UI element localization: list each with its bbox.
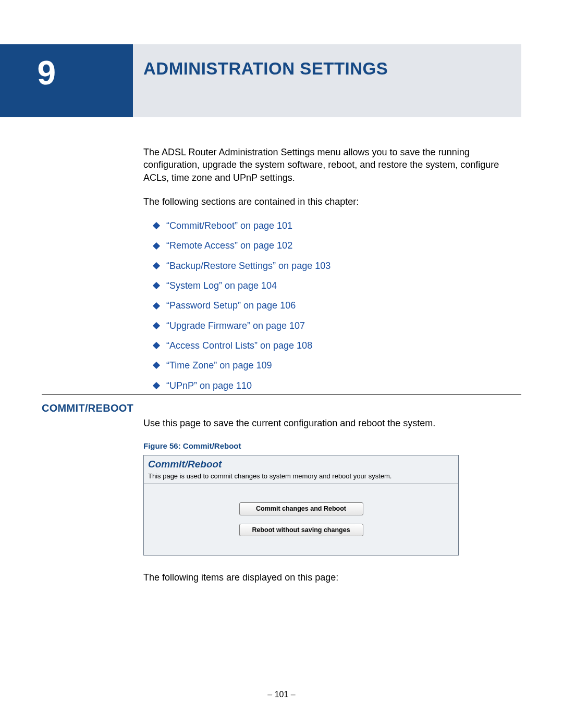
diamond-bullet-icon — [153, 282, 160, 289]
section-body: Use this page to save the current config… — [143, 417, 511, 584]
toc-item-password-setup[interactable]: “Password Setup” on page 106 — [154, 299, 511, 312]
page-footer: – 101 – — [0, 690, 563, 699]
figure-caption: Figure 56: Commit/Reboot — [143, 441, 511, 451]
diamond-bullet-icon — [153, 362, 160, 369]
intro-paragraph-2: The following sections are contained in … — [143, 195, 511, 208]
chapter-header: 9 ADMINISTRATION SETTINGS — [0, 44, 521, 117]
intro-paragraph-1: The ADSL Router Administration Settings … — [143, 146, 511, 184]
toc-item-remote-access[interactable]: “Remote Access” on page 102 — [154, 239, 511, 252]
toc-link-text: “Time Zone” on page 109 — [166, 359, 272, 372]
toc-item-commit-reboot[interactable]: “Commit/Reboot” on page 101 — [154, 219, 511, 232]
diamond-bullet-icon — [153, 382, 160, 389]
toc-link-text: “Upgrade Firmware” on page 107 — [166, 319, 305, 332]
toc-link-text: “UPnP” on page 110 — [166, 379, 252, 392]
section-intro: Use this page to save the current config… — [143, 417, 511, 429]
chapter-title-block: ADMINISTRATION SETTINGS — [133, 44, 521, 117]
figure-commit-reboot: Commit/Reboot This page is used to commi… — [143, 455, 459, 556]
section-after-figure: The following items are displayed on thi… — [143, 571, 511, 584]
commit-and-reboot-button[interactable]: Commit changes and Reboot — [239, 502, 363, 515]
toc-item-upgrade-firmware[interactable]: “Upgrade Firmware” on page 107 — [154, 319, 511, 332]
toc-link-text: “Backup/Restore Settings” on page 103 — [166, 260, 331, 272]
diamond-bullet-icon — [153, 342, 160, 349]
content-body: The ADSL Router Administration Settings … — [143, 146, 511, 399]
section-heading: COMMIT/REBOOT — [42, 402, 133, 414]
figure-panel-title: Commit/Reboot — [144, 455, 458, 471]
diamond-bullet-icon — [153, 242, 160, 250]
toc-link-text: “Password Setup” on page 106 — [166, 299, 296, 312]
toc-item-upnp[interactable]: “UPnP” on page 110 — [154, 379, 511, 392]
diamond-bullet-icon — [153, 222, 160, 229]
toc-link-text: “Remote Access” on page 102 — [166, 239, 292, 252]
chapter-number: 9 — [37, 54, 56, 92]
toc-list: “Commit/Reboot” on page 101 “Remote Acce… — [154, 219, 511, 392]
toc-item-access-control-lists[interactable]: “Access Control Lists” on page 108 — [154, 339, 511, 352]
toc-item-backup-restore[interactable]: “Backup/Restore Settings” on page 103 — [154, 260, 511, 272]
toc-link-text: “Access Control Lists” on page 108 — [166, 339, 312, 352]
chapter-title: ADMINISTRATION SETTINGS — [143, 59, 388, 79]
chapter-number-block: 9 — [0, 44, 133, 117]
toc-link-text: “Commit/Reboot” on page 101 — [166, 219, 292, 232]
figure-button-group: Commit changes and Reboot Reboot without… — [144, 502, 458, 537]
reboot-without-saving-button[interactable]: Reboot without saving changes — [239, 524, 363, 537]
diamond-bullet-icon — [153, 302, 160, 309]
diamond-bullet-icon — [153, 322, 160, 329]
toc-item-time-zone[interactable]: “Time Zone” on page 109 — [154, 359, 511, 372]
toc-link-text: “System Log” on page 104 — [166, 279, 277, 292]
figure-panel-desc: This page is used to commit changes to s… — [144, 471, 458, 484]
diamond-bullet-icon — [153, 262, 160, 269]
section-divider — [42, 394, 521, 395]
toc-item-system-log[interactable]: “System Log” on page 104 — [154, 279, 511, 292]
